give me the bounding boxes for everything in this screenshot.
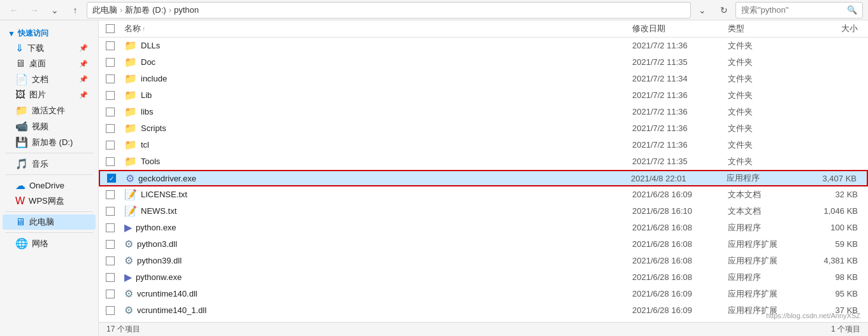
- sidebar-item-download[interactable]: ⇓ 下载 📌: [3, 40, 96, 56]
- address-dropdown-button[interactable]: ⌄: [693, 1, 711, 19]
- forward-button[interactable]: →: [25, 1, 43, 19]
- sidebar-item-label: 新加卷 (D:): [32, 137, 73, 148]
- sidebar-item-network[interactable]: 🌐 网络: [3, 235, 96, 251]
- sidebar-divider-2: [5, 174, 93, 175]
- file-name: tcl: [141, 140, 149, 150]
- row-checkbox[interactable]: [106, 256, 115, 265]
- row-date: 2021/7/2 11:36: [632, 90, 728, 100]
- row-checkbox[interactable]: [106, 108, 115, 116]
- sidebar-item-images[interactable]: 🖼 图片 📌: [3, 87, 96, 102]
- row-name: ⚙ vcruntime140_1.dll: [122, 304, 632, 316]
- row-checkbox[interactable]: [106, 190, 115, 199]
- row-checkbox[interactable]: [106, 207, 115, 216]
- table-row[interactable]: 📁 Lib 2021/7/2 11:36 文件夹: [99, 87, 868, 104]
- row-checkbox[interactable]: [106, 290, 115, 298]
- row-checkbox[interactable]: [106, 273, 115, 282]
- up-button[interactable]: ↑: [66, 1, 84, 19]
- table-row[interactable]: 📁 tcl 2021/7/2 11:36 文件夹: [99, 137, 868, 153]
- header-date-col[interactable]: 修改日期: [632, 23, 728, 34]
- search-input[interactable]: [741, 5, 844, 15]
- table-row[interactable]: ⚙ vcruntime140_1.dll 2021/6/28 16:09 应用程…: [99, 302, 868, 319]
- music-icon: 🎵: [15, 158, 28, 170]
- search-bar[interactable]: 🔍: [735, 2, 863, 18]
- row-checkbox[interactable]: [106, 306, 115, 315]
- row-date: 2021/7/2 11:36: [632, 41, 728, 50]
- row-checkbox[interactable]: [106, 91, 115, 100]
- table-row[interactable]: ⚙ python3.dll 2021/6/28 16:08 应用程序扩展 59 …: [99, 236, 868, 253]
- table-row[interactable]: 📁 libs 2021/7/2 11:36 文件夹: [99, 104, 868, 120]
- table-row[interactable]: 📝 LICENSE.txt 2021/6/28 16:09 文本文档 32 KB: [99, 186, 868, 203]
- refresh-button[interactable]: ↻: [715, 1, 733, 19]
- file-icon: 📁: [124, 122, 137, 134]
- row-type: 文件夹: [728, 123, 804, 134]
- row-name: 📁 libs: [122, 106, 632, 118]
- table-row[interactable]: ▶ pythonw.exe 2021/6/28 16:08 应用程序 98 KB: [99, 269, 868, 286]
- header-size-col[interactable]: 大小: [804, 23, 868, 34]
- file-icon: 📝: [124, 205, 137, 217]
- row-date: 2021/7/2 11:35: [632, 157, 728, 166]
- address-bar[interactable]: 此电脑 › 新加卷 (D:) › python: [87, 2, 691, 18]
- row-size: 4,381 KB: [804, 256, 868, 265]
- row-checkbox-col: [99, 124, 122, 133]
- file-icon: ▶: [124, 221, 132, 234]
- table-row[interactable]: ▶ python.exe 2021/6/28 16:08 应用程序 100 KB: [99, 220, 868, 236]
- docs-icon: 📄: [15, 73, 28, 85]
- row-checkbox[interactable]: [106, 157, 115, 166]
- back-button[interactable]: ←: [5, 1, 23, 19]
- row-checkbox[interactable]: [106, 124, 115, 133]
- table-row[interactable]: 📁 Tools 2021/7/2 11:35 文件夹: [99, 153, 868, 170]
- row-type: 应用程序: [727, 172, 803, 184]
- row-name: 📁 include: [122, 73, 632, 85]
- row-checkbox[interactable]: [106, 58, 115, 67]
- file-icon: 📁: [124, 106, 137, 118]
- table-row[interactable]: 📝 NEWS.txt 2021/6/28 16:10 文本文档 1,046 KB: [99, 203, 868, 220]
- row-checkbox[interactable]: ✓: [107, 174, 116, 183]
- row-date: 2021/4/8 22:01: [631, 174, 727, 183]
- row-name: ▶ python.exe: [122, 221, 632, 234]
- table-row[interactable]: ✓ ⚙ geckodriver.exe 2021/4/8 22:01 应用程序 …: [99, 170, 868, 186]
- sidebar-item-pc[interactable]: 🖥 此电脑: [3, 214, 96, 230]
- row-type: 文本文档: [728, 189, 804, 200]
- table-row[interactable]: ⚙ python39.dll 2021/6/28 16:08 应用程序扩展 4,…: [99, 253, 868, 269]
- sidebar-item-onedrive[interactable]: ☁ OneDrive: [3, 178, 96, 193]
- file-list-header: 名称 ↑ 修改日期 类型 大小: [99, 20, 868, 38]
- file-icon: ⚙: [126, 172, 134, 185]
- row-checkbox-col: [99, 240, 122, 249]
- table-row[interactable]: 📁 Scripts 2021/7/2 11:36 文件夹: [99, 120, 868, 137]
- header-type-label: 类型: [728, 24, 744, 33]
- file-icon: 📁: [124, 56, 137, 68]
- file-icon: ⚙: [124, 255, 133, 267]
- row-checkbox[interactable]: [106, 74, 115, 83]
- table-row[interactable]: 📁 DLLs 2021/7/2 11:36 文件夹: [99, 38, 868, 54]
- file-name: libs: [141, 107, 154, 116]
- row-checkbox-col: [99, 223, 122, 232]
- header-type-col[interactable]: 类型: [728, 23, 804, 34]
- row-checkbox[interactable]: [106, 223, 115, 232]
- table-row[interactable]: 📁 include 2021/7/2 11:34 文件夹: [99, 71, 868, 87]
- sidebar-item-activate[interactable]: 📁 激活文件: [3, 102, 96, 118]
- file-name: python3.dll: [137, 239, 177, 249]
- header-name-col[interactable]: 名称 ↑: [122, 23, 632, 34]
- row-checkbox[interactable]: [106, 41, 115, 50]
- row-size: 3,407 KB: [803, 174, 867, 183]
- sidebar-item-docs[interactable]: 📄 文档 📌: [3, 71, 96, 87]
- row-checkbox[interactable]: [106, 240, 115, 249]
- row-type: 文件夹: [728, 106, 804, 118]
- file-icon: ⚙: [124, 304, 133, 316]
- file-icon: 📁: [124, 39, 137, 52]
- sidebar-item-video[interactable]: 📹 视频: [3, 118, 96, 134]
- header-checkbox[interactable]: [106, 24, 115, 33]
- sidebar-item-desktop[interactable]: 🖥 桌面 📌: [3, 56, 96, 71]
- row-checkbox[interactable]: [106, 141, 115, 150]
- table-row[interactable]: ⚙ vcruntime140.dll 2021/6/28 16:09 应用程序扩…: [99, 286, 868, 302]
- sidebar-item-music[interactable]: 🎵 音乐: [3, 156, 96, 172]
- sidebar-item-wps[interactable]: W WPS网盘: [3, 193, 96, 209]
- row-checkbox-col: [99, 306, 122, 315]
- dropdown-history-button[interactable]: ⌄: [46, 1, 64, 19]
- row-checkbox-col: [99, 91, 122, 100]
- row-name: ⚙ geckodriver.exe: [123, 172, 631, 185]
- sidebar-item-new-vol[interactable]: 💾 新加卷 (D:): [3, 134, 96, 150]
- selected-info: 1 个项目: [831, 324, 860, 335]
- quick-access-header[interactable]: ▼ 快速访问: [0, 25, 98, 40]
- table-row[interactable]: 📁 Doc 2021/7/2 11:35 文件夹: [99, 54, 868, 71]
